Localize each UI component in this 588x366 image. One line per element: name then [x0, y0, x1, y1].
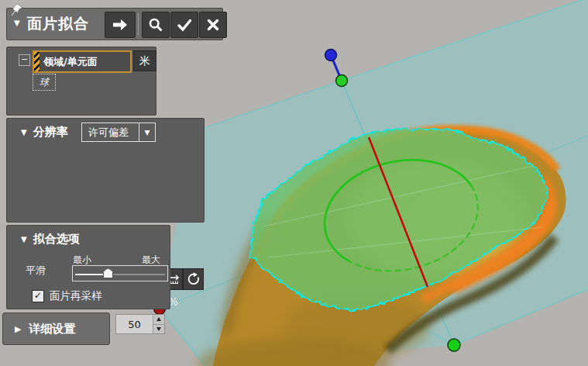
smooth-slider[interactable]	[72, 265, 168, 281]
active-field-hatch	[34, 52, 40, 71]
check-icon	[177, 18, 192, 32]
collapse-icon: ▼	[21, 236, 27, 243]
resample-row[interactable]: ✓ 面片再采样	[32, 289, 102, 303]
selected-entity-chip[interactable]: 球	[33, 74, 56, 91]
resample-checkbox[interactable]: ✓	[32, 290, 44, 302]
detail-settings-title: 详细设置	[29, 322, 75, 337]
resolution-title: 分辨率	[33, 125, 68, 140]
resample-label: 面片再采样	[50, 289, 102, 303]
region-section: − 领域/单元面 米 球 ✓ 创建一个曲面	[6, 47, 156, 116]
max-points-spinner	[153, 315, 164, 333]
region-selector-button[interactable]: 米	[133, 50, 156, 71]
toolbar-separator	[138, 13, 139, 35]
app-window: ▼ 面片拟合 − 领域/单元面	[0, 0, 588, 366]
preview-button[interactable]	[142, 12, 170, 38]
slider-track-filled	[75, 274, 108, 275]
command-toolbar: ▼ 面片拟合	[6, 8, 223, 40]
expand-icon: ▶	[15, 325, 21, 333]
collapse-icon: ▼	[21, 129, 27, 136]
estimate-button[interactable]	[183, 268, 204, 290]
spin-up-icon[interactable]	[153, 315, 164, 324]
pin-icon[interactable]	[11, 3, 24, 17]
resolution-section: ▼ 分辨率 许可偏差 ▼ 许可偏差 %	[6, 118, 205, 223]
panel-collapse-icon[interactable]: ▼	[14, 19, 20, 27]
dropdown-caret-icon: ▼	[139, 123, 155, 141]
cancel-button[interactable]	[199, 12, 227, 38]
magnifier-icon	[148, 17, 163, 33]
accept-button[interactable]	[170, 12, 198, 38]
next-stage-button[interactable]	[105, 12, 136, 38]
arrow-right-icon	[111, 17, 129, 33]
slider-thumb[interactable]	[103, 268, 113, 278]
close-icon	[206, 18, 220, 32]
resolution-header[interactable]: ▼ 分辨率	[21, 125, 68, 140]
fit-options-section: ▼ 拟合选项 平滑 最小 最大 ✓ 面片再采样	[6, 225, 170, 309]
handle-top-blue[interactable]	[325, 50, 337, 61]
region-field-label: 领域/单元面	[43, 55, 98, 69]
spin-down-icon[interactable]	[153, 324, 164, 334]
max-points-input-group	[115, 314, 165, 334]
fit-options-header[interactable]: ▼ 拟合选项	[21, 232, 80, 247]
handle-bottom-green[interactable]	[448, 339, 460, 351]
panel-title: 面片拟合	[27, 14, 89, 34]
handle-top-green[interactable]	[336, 75, 348, 87]
region-input-field[interactable]: 领域/单元面	[33, 50, 132, 73]
resolution-mode-dropdown[interactable]: 许可偏差 ▼	[81, 123, 156, 142]
slider-track	[108, 274, 165, 275]
resolution-mode-value: 许可偏差	[82, 126, 139, 140]
fit-options-title: 拟合选项	[33, 232, 80, 247]
selected-entity-label: 球	[40, 76, 49, 89]
smooth-label: 平滑	[26, 264, 46, 278]
collapse-box[interactable]: −	[19, 54, 30, 66]
region-selector-glyph: 米	[139, 54, 150, 68]
detail-settings-bar[interactable]: ▶ 详细设置	[2, 312, 110, 345]
max-points-input[interactable]	[116, 315, 153, 333]
circular-arrow-icon	[187, 272, 201, 286]
